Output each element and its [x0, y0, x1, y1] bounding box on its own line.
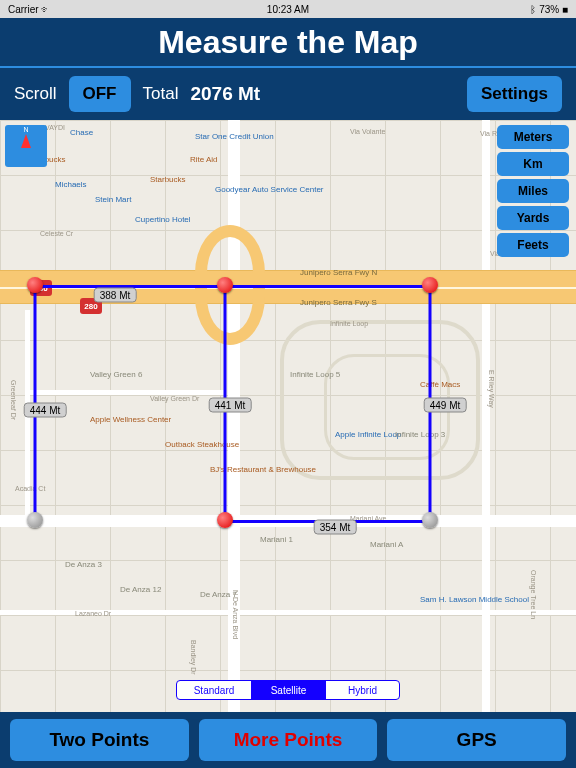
- poi-label: Mariani A: [370, 540, 403, 549]
- map-pin[interactable]: [217, 277, 233, 293]
- settings-button[interactable]: Settings: [467, 76, 562, 112]
- street-label: VAYDI: [45, 124, 65, 131]
- street-label: Greenleaf Dr: [10, 380, 17, 420]
- poi-label: Infinite Loop 5: [290, 370, 340, 379]
- map-canvas[interactable]: Junipero Serra Fwy N Junipero Serra Fwy …: [0, 120, 576, 712]
- map-pin[interactable]: [422, 512, 438, 528]
- unit-yards-button[interactable]: Yards: [497, 206, 569, 230]
- poi-label: Starbucks: [150, 175, 186, 184]
- poi-label: Michaels: [55, 180, 87, 189]
- street-label: N De Anza Blvd: [232, 590, 239, 639]
- map-pin[interactable]: [217, 512, 233, 528]
- map-pin[interactable]: [27, 512, 43, 528]
- map-type-segmented[interactable]: StandardSatelliteHybrid: [176, 680, 400, 700]
- unit-panel: MetersKmMilesYardsFeets: [497, 125, 569, 257]
- poi-label: Sam H. Lawson Middle School: [420, 595, 529, 604]
- total-value: 2076 Mt: [190, 83, 260, 105]
- poi-label: Apple Infinite Loop: [335, 430, 401, 439]
- scroll-label: Scroll: [14, 84, 57, 104]
- status-left: Carrier ᯤ: [8, 4, 51, 15]
- status-right: ᛒ 73% ■: [530, 4, 568, 15]
- poi-label: Chase: [70, 128, 93, 137]
- segment-distance: 449 Mt: [424, 398, 467, 413]
- maptype-standard[interactable]: Standard: [177, 681, 251, 699]
- unit-miles-button[interactable]: Miles: [497, 179, 569, 203]
- poi-label: Valley Green 6: [90, 370, 142, 379]
- segment-distance: 388 Mt: [94, 288, 137, 303]
- hwy-s: Junipero Serra Fwy S: [300, 298, 377, 307]
- poi-label: Infinite Loop 3: [395, 430, 445, 439]
- segment-distance: 441 Mt: [209, 398, 252, 413]
- status-time: 10:23 AM: [267, 4, 309, 15]
- page-title: Measure the Map: [0, 18, 576, 68]
- measure-line: [225, 285, 430, 288]
- hwy-n: Junipero Serra Fwy N: [300, 268, 377, 277]
- poi-label: De Anza 3: [65, 560, 102, 569]
- poi-label: Goodyear Auto Service Center: [215, 185, 324, 194]
- maptype-hybrid[interactable]: Hybrid: [325, 681, 399, 699]
- scroll-toggle[interactable]: OFF: [69, 76, 131, 112]
- street-label: Bandley Dr: [190, 640, 197, 675]
- maptype-satellite[interactable]: Satellite: [251, 681, 325, 699]
- controls-bar: Scroll OFF Total 2076 Mt Settings: [0, 68, 576, 120]
- status-bar: Carrier ᯤ 10:23 AM ᛒ 73% ■: [0, 0, 576, 18]
- poi-label: Caffè Macs: [420, 380, 460, 389]
- total-label: Total: [143, 84, 179, 104]
- street-label: Acadia Ct: [15, 485, 45, 492]
- two-points-button[interactable]: Two Points: [10, 719, 189, 761]
- more-points-button[interactable]: More Points: [199, 719, 378, 761]
- unit-km-button[interactable]: Km: [497, 152, 569, 176]
- compass-icon[interactable]: [5, 125, 47, 167]
- poi-label: Stein Mart: [95, 195, 131, 204]
- poi-label: Rite Aid: [190, 155, 218, 164]
- unit-feets-button[interactable]: Feets: [497, 233, 569, 257]
- street-label: Via Volante: [350, 128, 385, 135]
- poi-label: Apple Wellness Center: [90, 415, 171, 424]
- street-label: Celeste Cr: [40, 230, 73, 237]
- poi-label: Mariani 1: [260, 535, 293, 544]
- poi-label: Cupertino Hotel: [135, 215, 191, 224]
- bottom-bar: Two Points More Points GPS: [0, 712, 576, 768]
- map-pin[interactable]: [422, 277, 438, 293]
- poi-label: Outback Steakhouse: [165, 440, 239, 449]
- poi-label: De Anza 12: [120, 585, 161, 594]
- street-label: E Riley Way: [488, 370, 495, 408]
- poi-label: Star One Credit Union: [195, 132, 274, 141]
- street-label: Orange Tree Ln: [530, 570, 537, 619]
- gps-button[interactable]: GPS: [387, 719, 566, 761]
- segment-distance: 354 Mt: [314, 520, 357, 535]
- segment-distance: 444 Mt: [24, 403, 67, 418]
- street-label: Valley Green Dr: [150, 395, 199, 402]
- street-label: Lazaneo Dr: [75, 610, 111, 617]
- street-label: Infinite Loop: [330, 320, 368, 327]
- unit-meters-button[interactable]: Meters: [497, 125, 569, 149]
- map-pin[interactable]: [27, 277, 43, 293]
